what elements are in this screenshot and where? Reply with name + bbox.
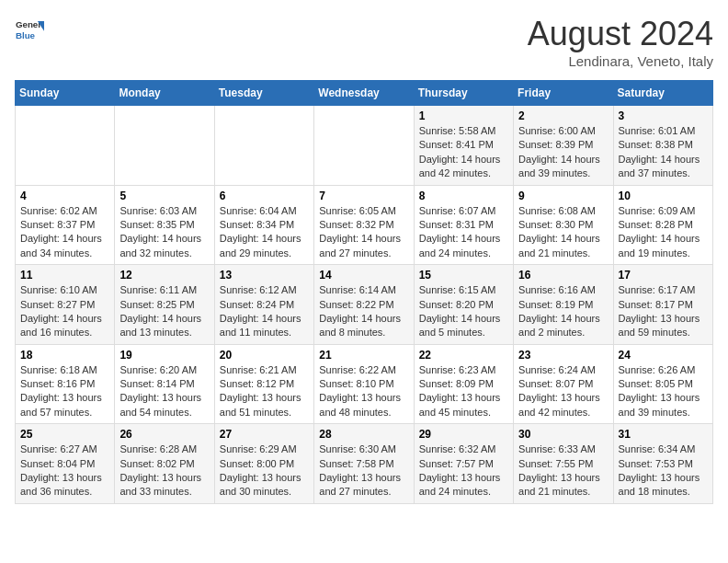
day-info: Sunrise: 6:32 AM Sunset: 7:57 PM Dayligh… xyxy=(419,442,508,500)
day-info: Sunrise: 6:09 AM Sunset: 8:28 PM Dayligh… xyxy=(619,204,708,261)
day-number: 3 xyxy=(619,109,708,122)
day-info: Sunrise: 6:11 AM Sunset: 8:25 PM Dayligh… xyxy=(119,283,209,340)
day-info: Sunrise: 6:10 AM Sunset: 8:27 PM Dayligh… xyxy=(20,283,109,340)
day-cell: 19Sunrise: 6:20 AM Sunset: 8:14 PM Dayli… xyxy=(115,344,214,424)
day-cell: 20Sunrise: 6:21 AM Sunset: 8:12 PM Dayli… xyxy=(214,344,313,424)
day-number: 18 xyxy=(20,349,109,362)
day-info: Sunrise: 5:58 AM Sunset: 8:41 PM Dayligh… xyxy=(419,124,508,181)
day-number: 17 xyxy=(619,269,708,282)
day-info: Sunrise: 6:03 AM Sunset: 8:35 PM Dayligh… xyxy=(119,204,209,261)
day-number: 29 xyxy=(419,428,508,441)
svg-text:Blue: Blue xyxy=(16,30,36,40)
calendar-table: SundayMondayTuesdayWednesdayThursdayFrid… xyxy=(15,80,713,504)
day-info: Sunrise: 6:00 AM Sunset: 8:39 PM Dayligh… xyxy=(518,124,608,181)
day-cell: 29Sunrise: 6:32 AM Sunset: 7:57 PM Dayli… xyxy=(414,424,513,504)
day-number: 27 xyxy=(220,428,309,441)
day-cell: 18Sunrise: 6:18 AM Sunset: 8:16 PM Dayli… xyxy=(16,344,115,424)
day-cell: 2Sunrise: 6:00 AM Sunset: 8:39 PM Daylig… xyxy=(514,106,613,186)
day-cell: 17Sunrise: 6:17 AM Sunset: 8:17 PM Dayli… xyxy=(613,265,712,345)
calendar-header-row: SundayMondayTuesdayWednesdayThursdayFrid… xyxy=(16,81,713,106)
day-cell: 1Sunrise: 5:58 AM Sunset: 8:41 PM Daylig… xyxy=(414,106,513,186)
day-cell: 23Sunrise: 6:24 AM Sunset: 8:07 PM Dayli… xyxy=(514,344,613,424)
day-number: 2 xyxy=(518,109,608,122)
day-number: 22 xyxy=(419,349,508,362)
day-number: 20 xyxy=(220,349,309,362)
day-cell: 9Sunrise: 6:08 AM Sunset: 8:30 PM Daylig… xyxy=(514,185,613,265)
header-thursday: Thursday xyxy=(414,81,513,106)
day-info: Sunrise: 6:08 AM Sunset: 8:30 PM Dayligh… xyxy=(518,204,608,261)
day-cell: 30Sunrise: 6:33 AM Sunset: 7:55 PM Dayli… xyxy=(514,424,613,504)
day-info: Sunrise: 6:15 AM Sunset: 8:20 PM Dayligh… xyxy=(419,283,508,340)
location: Lendinara, Veneto, Italy xyxy=(528,53,713,69)
week-row-1: 1Sunrise: 5:58 AM Sunset: 8:41 PM Daylig… xyxy=(16,106,713,186)
day-cell: 24Sunrise: 6:26 AM Sunset: 8:05 PM Dayli… xyxy=(613,344,712,424)
day-number: 24 xyxy=(619,349,708,362)
day-cell: 16Sunrise: 6:16 AM Sunset: 8:19 PM Dayli… xyxy=(514,265,613,345)
day-cell: 15Sunrise: 6:15 AM Sunset: 8:20 PM Dayli… xyxy=(414,265,513,345)
header-saturday: Saturday xyxy=(613,81,712,106)
day-info: Sunrise: 6:28 AM Sunset: 8:02 PM Dayligh… xyxy=(119,442,209,500)
day-info: Sunrise: 6:14 AM Sunset: 8:22 PM Dayligh… xyxy=(319,283,408,340)
week-row-2: 4Sunrise: 6:02 AM Sunset: 8:37 PM Daylig… xyxy=(16,185,713,265)
day-number: 9 xyxy=(518,190,608,202)
day-info: Sunrise: 6:33 AM Sunset: 7:55 PM Dayligh… xyxy=(518,442,608,500)
day-number: 5 xyxy=(119,190,209,202)
day-number: 4 xyxy=(20,190,109,202)
day-info: Sunrise: 6:04 AM Sunset: 8:34 PM Dayligh… xyxy=(220,204,309,261)
week-row-3: 11Sunrise: 6:10 AM Sunset: 8:27 PM Dayli… xyxy=(16,265,713,345)
day-number: 25 xyxy=(20,428,109,441)
day-cell: 28Sunrise: 6:30 AM Sunset: 7:58 PM Dayli… xyxy=(314,424,414,504)
day-info: Sunrise: 6:16 AM Sunset: 8:19 PM Dayligh… xyxy=(518,283,608,340)
day-info: Sunrise: 6:29 AM Sunset: 8:00 PM Dayligh… xyxy=(220,442,309,500)
day-number: 8 xyxy=(419,190,508,202)
day-number: 10 xyxy=(619,190,708,202)
day-number: 28 xyxy=(319,428,408,441)
day-cell: 27Sunrise: 6:29 AM Sunset: 8:00 PM Dayli… xyxy=(214,424,313,504)
day-cell: 25Sunrise: 6:27 AM Sunset: 8:04 PM Dayli… xyxy=(16,424,115,504)
day-cell: 13Sunrise: 6:12 AM Sunset: 8:24 PM Dayli… xyxy=(214,265,313,345)
day-cell xyxy=(314,106,414,186)
day-cell: 14Sunrise: 6:14 AM Sunset: 8:22 PM Dayli… xyxy=(314,265,414,345)
day-number: 1 xyxy=(419,109,508,122)
day-info: Sunrise: 6:34 AM Sunset: 7:53 PM Dayligh… xyxy=(619,442,708,500)
day-info: Sunrise: 6:24 AM Sunset: 8:07 PM Dayligh… xyxy=(518,363,608,420)
title-block: August 2024 Lendinara, Veneto, Italy xyxy=(528,15,713,69)
day-info: Sunrise: 6:17 AM Sunset: 8:17 PM Dayligh… xyxy=(619,283,708,340)
logo: General Blue xyxy=(15,15,44,44)
day-info: Sunrise: 6:18 AM Sunset: 8:16 PM Dayligh… xyxy=(20,363,109,420)
day-cell: 12Sunrise: 6:11 AM Sunset: 8:25 PM Dayli… xyxy=(115,265,214,345)
day-number: 21 xyxy=(319,349,408,362)
day-number: 30 xyxy=(518,428,608,441)
day-number: 11 xyxy=(20,269,109,282)
day-info: Sunrise: 6:12 AM Sunset: 8:24 PM Dayligh… xyxy=(220,283,309,340)
day-number: 23 xyxy=(518,349,608,362)
day-cell: 10Sunrise: 6:09 AM Sunset: 8:28 PM Dayli… xyxy=(613,185,712,265)
day-cell: 3Sunrise: 6:01 AM Sunset: 8:38 PM Daylig… xyxy=(613,106,712,186)
day-info: Sunrise: 6:22 AM Sunset: 8:10 PM Dayligh… xyxy=(319,363,408,420)
day-cell: 22Sunrise: 6:23 AM Sunset: 8:09 PM Dayli… xyxy=(414,344,513,424)
day-number: 26 xyxy=(119,428,209,441)
day-cell: 5Sunrise: 6:03 AM Sunset: 8:35 PM Daylig… xyxy=(115,185,214,265)
day-info: Sunrise: 6:02 AM Sunset: 8:37 PM Dayligh… xyxy=(20,204,109,261)
header-sunday: Sunday xyxy=(16,81,115,106)
week-row-4: 18Sunrise: 6:18 AM Sunset: 8:16 PM Dayli… xyxy=(16,344,713,424)
day-info: Sunrise: 6:05 AM Sunset: 8:32 PM Dayligh… xyxy=(319,204,408,261)
header-tuesday: Tuesday xyxy=(214,81,313,106)
day-info: Sunrise: 6:20 AM Sunset: 8:14 PM Dayligh… xyxy=(119,363,209,420)
header-friday: Friday xyxy=(514,81,613,106)
day-cell: 4Sunrise: 6:02 AM Sunset: 8:37 PM Daylig… xyxy=(16,185,115,265)
day-cell: 6Sunrise: 6:04 AM Sunset: 8:34 PM Daylig… xyxy=(214,185,313,265)
day-info: Sunrise: 6:01 AM Sunset: 8:38 PM Dayligh… xyxy=(619,124,708,181)
day-cell xyxy=(214,106,313,186)
day-cell xyxy=(16,106,115,186)
day-number: 13 xyxy=(220,269,309,282)
day-cell: 11Sunrise: 6:10 AM Sunset: 8:27 PM Dayli… xyxy=(16,265,115,345)
day-number: 7 xyxy=(319,190,408,202)
header-wednesday: Wednesday xyxy=(314,81,414,106)
day-cell: 26Sunrise: 6:28 AM Sunset: 8:02 PM Dayli… xyxy=(115,424,214,504)
day-info: Sunrise: 6:21 AM Sunset: 8:12 PM Dayligh… xyxy=(220,363,309,420)
day-info: Sunrise: 6:27 AM Sunset: 8:04 PM Dayligh… xyxy=(20,442,109,500)
day-cell: 21Sunrise: 6:22 AM Sunset: 8:10 PM Dayli… xyxy=(314,344,414,424)
day-info: Sunrise: 6:23 AM Sunset: 8:09 PM Dayligh… xyxy=(419,363,508,420)
header-monday: Monday xyxy=(115,81,214,106)
